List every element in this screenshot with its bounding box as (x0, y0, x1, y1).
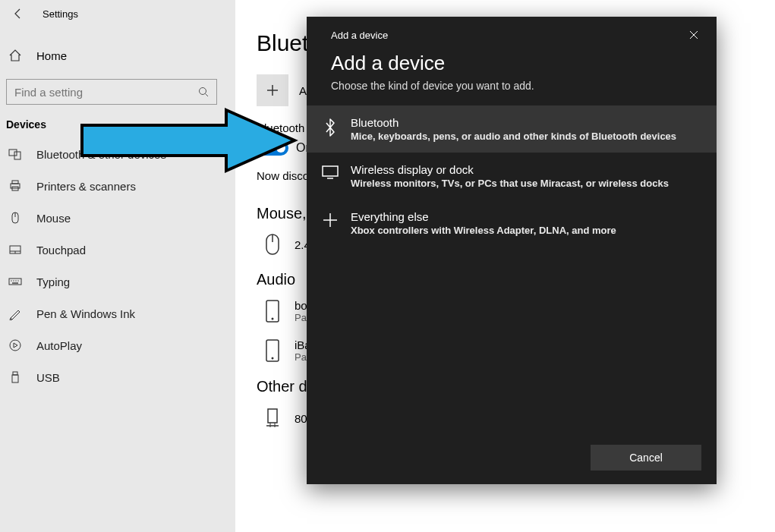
add-device-modal: Add a device Add a device Choose the kin… (307, 17, 717, 484)
sidebar-item-touchpad[interactable]: Touchpad (0, 234, 235, 266)
sidebar-item-label: Printers & scanners (36, 180, 136, 193)
sidebar-item-bluetooth[interactable]: Bluetooth & other devices (0, 138, 235, 170)
option-desc: Mice, keyboards, pens, or audio and othe… (351, 131, 676, 142)
svg-rect-2 (9, 150, 17, 156)
window-title: Settings (43, 8, 78, 20)
sidebar-item-mouse[interactable]: Mouse (0, 202, 235, 234)
pen-icon (8, 307, 23, 320)
sidebar-item-label: Bluetooth & other devices (36, 148, 166, 161)
search-input[interactable] (14, 86, 198, 99)
phone-icon (257, 338, 288, 363)
touchpad-icon (8, 243, 23, 257)
bluetooth-icon (319, 118, 342, 137)
modal-option-everything-else[interactable]: Everything else Xbox controllers with Wi… (307, 200, 717, 247)
modal-option-wireless-display[interactable]: Wireless display or dock Wireless monito… (307, 153, 717, 200)
sidebar-item-usb[interactable]: USB (0, 361, 235, 393)
option-desc: Wireless monitors, TVs, or PCs that use … (351, 178, 669, 189)
mouse-icon (8, 211, 23, 225)
home-icon (8, 49, 23, 62)
sidebar-item-label: Pen & Windows Ink (36, 307, 135, 320)
svg-point-28 (272, 357, 274, 360)
devices-icon (8, 147, 23, 161)
sidebar-header: Settings (0, 0, 235, 26)
modal-option-bluetooth[interactable]: Bluetooth Mice, keyboards, pens, or audi… (307, 105, 717, 153)
close-icon[interactable] (683, 27, 704, 42)
option-title: Wireless display or dock (351, 163, 669, 176)
sidebar-item-label: Mouse (36, 212, 71, 225)
svg-rect-5 (12, 181, 18, 184)
sidebar-item-label: USB (36, 371, 60, 384)
sidebar-home[interactable]: Home (0, 39, 235, 71)
svg-point-26 (272, 318, 274, 320)
sidebar-item-label: Touchpad (36, 244, 86, 257)
sidebar-item-autoplay[interactable]: AutoPlay (0, 329, 235, 361)
sidebar-item-printers[interactable]: Printers & scanners (0, 170, 235, 202)
svg-rect-35 (323, 166, 338, 176)
modal-subtitle: Choose the kind of device you want to ad… (307, 80, 717, 105)
bluetooth-toggle[interactable] (257, 140, 288, 156)
svg-rect-20 (12, 375, 18, 382)
search-icon (198, 87, 209, 97)
phone-icon (257, 299, 288, 323)
svg-point-14 (13, 280, 14, 281)
modal-footer: Cancel (307, 434, 717, 484)
svg-rect-12 (9, 279, 21, 285)
keyboard-icon (8, 275, 23, 288)
svg-point-0 (200, 88, 206, 95)
printer-icon (8, 179, 23, 193)
plus-icon (319, 212, 342, 228)
option-title: Bluetooth (351, 116, 676, 129)
sidebar-section-head: Devices (0, 105, 235, 138)
modal-title: Add a device (307, 46, 717, 80)
svg-point-15 (15, 280, 16, 281)
svg-rect-29 (268, 409, 277, 423)
sidebar: Settings Home Devices Bluetooth & other … (0, 0, 235, 532)
back-arrow-icon[interactable] (12, 8, 24, 20)
search-wrap (0, 79, 235, 105)
sidebar-item-label: AutoPlay (36, 339, 82, 352)
modal-header-title: Add a device (331, 30, 388, 41)
sidebar-item-label: Typing (36, 275, 70, 288)
home-label: Home (36, 49, 67, 62)
autoplay-icon (8, 338, 23, 352)
sidebar-item-pen[interactable]: Pen & Windows Ink (0, 297, 235, 329)
modal-header: Add a device (307, 17, 717, 46)
option-text: Wireless display or dock Wireless monito… (351, 163, 669, 189)
usb-icon (8, 370, 23, 384)
option-desc: Xbox controllers with Wireless Adapter, … (351, 225, 616, 236)
svg-rect-19 (13, 372, 17, 375)
option-text: Bluetooth Mice, keyboards, pens, or audi… (351, 116, 676, 142)
svg-point-13 (11, 280, 11, 281)
sidebar-item-typing[interactable]: Typing (0, 266, 235, 297)
option-text: Everything else Xbox controllers with Wi… (351, 210, 616, 236)
svg-line-1 (206, 94, 209, 97)
adapter-icon (257, 406, 288, 430)
search-box[interactable] (6, 79, 217, 105)
mouse-device-icon (257, 233, 288, 256)
add-device-plus-icon[interactable] (257, 74, 288, 106)
svg-point-16 (17, 280, 18, 281)
option-title: Everything else (351, 210, 616, 223)
cancel-button[interactable]: Cancel (591, 445, 701, 471)
svg-point-18 (10, 340, 20, 351)
display-icon (319, 165, 342, 180)
